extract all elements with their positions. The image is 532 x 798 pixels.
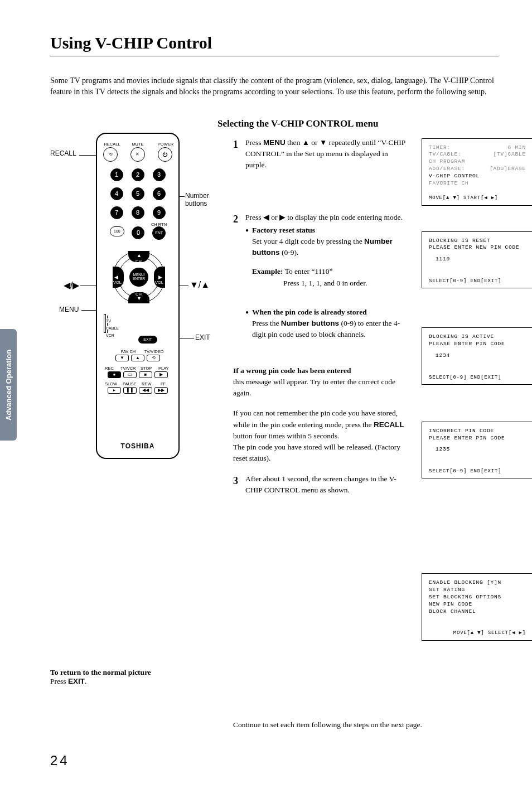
num-1[interactable]: 1 — [110, 168, 123, 181]
brand-label: TOSHIBA — [97, 442, 178, 450]
num-4[interactable]: 4 — [110, 187, 123, 200]
callout-exit: EXIT — [195, 333, 210, 341]
callout-arrows-ud: ▼/▲ — [190, 280, 210, 290]
callout-arrows-lr: ◀/▶ — [64, 280, 79, 291]
callout-recall: RECALL — [50, 149, 76, 157]
rew-button[interactable]: ◀◀ — [139, 387, 152, 394]
step-1: 1 Press MENU then ▲ or ▼ repeatedly unti… — [233, 137, 406, 171]
lbl-cable: CABLE — [106, 326, 119, 330]
slow-button[interactable]: ▸ — [108, 387, 121, 394]
stop-button[interactable]: ■ — [139, 371, 152, 378]
num-0[interactable]: 0 — [132, 226, 144, 239]
continue-note: Continue to set each item following the … — [233, 719, 499, 731]
lbl-ch-dn: CH — [136, 292, 142, 297]
lbl-vol-r: VOL — [155, 280, 163, 285]
num-8[interactable]: 8 — [132, 206, 144, 219]
osd-active: BLOCKING IS ACTIVE PLEASE ENTER PIN CODE… — [422, 327, 532, 385]
lbl-vol-l: VOL — [113, 280, 122, 285]
lbl-ff: FF — [161, 381, 166, 386]
pause-button[interactable]: ❚❚ — [123, 387, 137, 394]
mute-button[interactable]: ✕ — [130, 147, 145, 162]
rec-button[interactable]: ● — [108, 371, 121, 378]
callout-menu: MENU — [59, 306, 79, 313]
page-title: Using V-CHIP Control — [50, 33, 499, 56]
osd-reset: BLOCKING IS RESET PLEASE ENTER NEW PIN C… — [422, 231, 532, 289]
num-5[interactable]: 5 — [132, 187, 144, 200]
exit-button[interactable]: EXIT — [138, 336, 157, 344]
callout-number: Number buttons — [185, 192, 217, 207]
num-2[interactable]: 2 — [132, 168, 144, 181]
num-9[interactable]: 9 — [153, 206, 166, 219]
ent-button[interactable]: ENT — [152, 226, 166, 240]
ff-button[interactable]: ▶▶ — [154, 387, 168, 394]
lbl-ch-up: CH — [136, 259, 142, 264]
page-number: 24 — [50, 753, 499, 768]
lbl-favch: FAV CH — [117, 349, 139, 354]
play-button[interactable]: ▶ — [154, 371, 168, 378]
lbl-play: PLAY — [158, 366, 169, 371]
lbl-tvvideo: TV/VIDEO — [143, 349, 165, 354]
tvvcr-button[interactable]: ▭ — [123, 371, 137, 378]
lbl-slow: SLOW — [105, 381, 117, 386]
num-6[interactable]: 6 — [153, 187, 166, 200]
osd-setup: TIMER:0 MIN TV/CABLE:[TV]CABLE CH PROGRA… — [422, 138, 532, 206]
power-button[interactable]: ⏻ — [158, 147, 172, 162]
lbl-recall: RECALL — [104, 142, 120, 147]
osd-incorrect: INCORRECT PIN CODE PLEASE ENTER PIN CODE… — [422, 422, 532, 479]
return-note: To return to the normal picture Press EX… — [50, 668, 217, 686]
menu-enter-button[interactable]: MENU/ ENTER — [129, 268, 148, 287]
lbl-pause: PAUSE — [123, 381, 137, 386]
num-100[interactable]: 100 — [110, 226, 124, 236]
lbl-rew: REW — [142, 381, 152, 386]
lbl-tv: TV — [106, 319, 111, 323]
lbl-mute: MUTE — [129, 142, 146, 147]
lbl-vcr: VCR — [106, 333, 114, 337]
intro-text: Some TV programs and movies include sign… — [50, 75, 499, 98]
tvvideo-button[interactable]: ⟲ — [147, 355, 160, 361]
return-title: To return to the normal picture — [50, 668, 151, 676]
osd-vchip-menu: ENABLE BLOCKING [Y]N SET RATING SET BLOC… — [422, 573, 532, 640]
lbl-power: POWER — [157, 142, 174, 147]
lbl-tvvcr: TV/VCR — [120, 366, 136, 371]
lbl-stop: STOP — [141, 366, 152, 371]
lbl-rec: REC — [105, 366, 114, 371]
remote-diagram: RECALL Number buttons ◀/▶ ▼/▲ MENU EXIT … — [50, 133, 217, 490]
step-3: 3 After about 1 second, the screen chang… — [233, 473, 406, 496]
step-2: 2 Press ◀ or ▶ to display the pin code e… — [233, 212, 406, 340]
num-3[interactable]: 3 — [153, 168, 166, 181]
favch-down[interactable]: ▼ — [115, 355, 129, 361]
recall-button[interactable]: ⟲ — [103, 147, 118, 162]
favch-up[interactable]: ▲ — [131, 355, 144, 361]
wrong-pin-section: If a wrong pin code has been entered thi… — [233, 365, 406, 465]
num-7[interactable]: 7 — [110, 206, 123, 219]
